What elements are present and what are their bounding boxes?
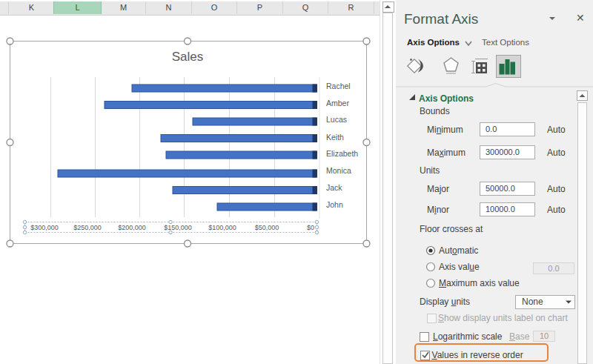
svg-text:$250,000: $250,000 (73, 224, 102, 231)
svg-text:Rachel: Rachel (326, 82, 351, 90)
svg-text:Keith: Keith (326, 133, 344, 142)
svg-text:Elizabeth: Elizabeth (326, 149, 358, 158)
svg-text:$0: $0 (307, 224, 314, 231)
svg-text:$50,000: $50,000 (255, 224, 279, 231)
svg-text:Monica: Monica (326, 166, 351, 175)
svg-text:John: John (326, 200, 343, 209)
svg-text:$200,000: $200,000 (118, 224, 146, 231)
svg-text:Lucas: Lucas (326, 115, 347, 124)
svg-text:Sales: Sales (172, 50, 204, 64)
svg-text:$150,000: $150,000 (164, 224, 192, 231)
svg-text:$300,000: $300,000 (30, 224, 59, 231)
svg-text:$100,000: $100,000 (208, 224, 236, 231)
svg-text:Jack: Jack (326, 183, 342, 192)
svg-text:Amber: Amber (326, 99, 349, 107)
